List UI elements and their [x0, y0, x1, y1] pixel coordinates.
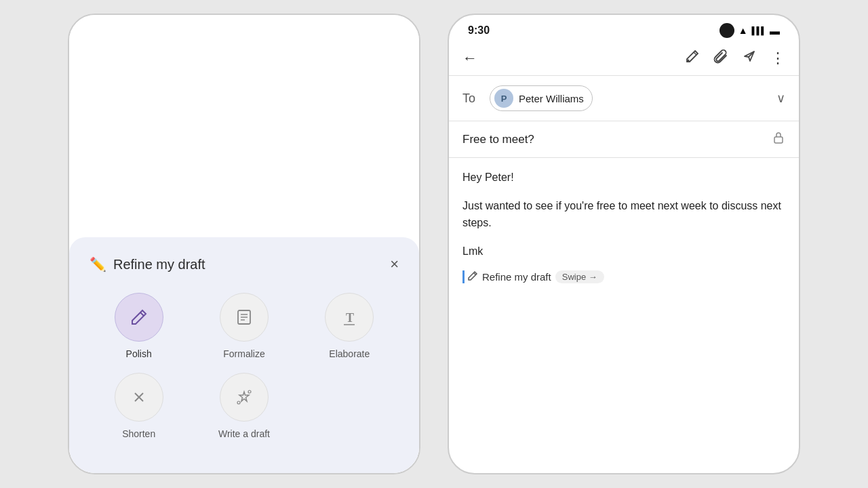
refine-suggestion-icon	[467, 270, 478, 283]
options-grid: Polish Formalize T	[90, 293, 399, 439]
attach-icon[interactable]	[713, 49, 728, 67]
polish-icon-circle	[115, 293, 163, 342]
toolbar-left: ←	[462, 49, 477, 67]
option-polish[interactable]: Polish	[90, 293, 188, 359]
formalize-label: Formalize	[223, 348, 264, 359]
svg-point-6	[237, 401, 240, 404]
greeting-text: Hey Peter!	[462, 169, 785, 186]
edit-icon[interactable]	[685, 49, 700, 67]
refine-title: Refine my draft	[113, 257, 205, 272]
battery-icon: ▬	[770, 25, 780, 37]
write-draft-label: Write a draft	[218, 428, 270, 439]
swipe-pill: Swipe →	[555, 270, 604, 283]
recipient-avatar: P	[494, 89, 513, 108]
left-phone: ✏️ Refine my draft × Polish	[68, 14, 420, 474]
refine-title-row: ✏️ Refine my draft	[90, 256, 205, 272]
recipient-chip[interactable]: P Peter Williams	[490, 85, 593, 111]
shorten-label: Shorten	[122, 428, 155, 439]
status-bar: 9:30 ▲ ▌▌▌ ▬	[449, 15, 799, 43]
send-icon[interactable]	[742, 49, 757, 67]
signature-text: Lmk	[462, 243, 785, 260]
more-icon[interactable]: ⋮	[770, 51, 785, 66]
close-button[interactable]: ×	[390, 257, 399, 272]
refine-suggestion-text: Refine my draft	[482, 271, 551, 283]
left-phone-content: ✏️ Refine my draft × Polish	[69, 15, 419, 473]
svg-rect-9	[774, 137, 783, 143]
signal-icon: ▌▌▌	[752, 26, 766, 35]
to-field: To P Peter Williams ∨	[449, 76, 799, 121]
elaborate-icon-circle: T	[325, 293, 374, 342]
subject-field: Free to meet?	[449, 121, 799, 158]
expand-recipients-icon[interactable]: ∨	[776, 91, 785, 106]
elaborate-label: Elaborate	[329, 348, 370, 359]
status-time: 9:30	[468, 24, 490, 37]
lock-icon	[772, 131, 785, 148]
recipient-name: Peter Williams	[519, 93, 584, 104]
subject-text: Free to meet?	[462, 133, 534, 146]
wifi-icon: ▲	[738, 25, 748, 36]
refine-pencil-icon: ✏️	[90, 256, 106, 272]
shorten-icon-circle	[115, 373, 163, 422]
refine-suggestion-bar[interactable]: Refine my draft Swipe →	[462, 270, 785, 283]
back-button[interactable]: ←	[462, 49, 477, 67]
svg-text:T: T	[346, 311, 354, 325]
email-body-text: Hey Peter! Just wanted to see if you're …	[462, 169, 785, 260]
option-shorten[interactable]: Shorten	[90, 373, 188, 439]
camera-dot	[719, 23, 734, 38]
right-phone: 9:30 ▲ ▌▌▌ ▬ ←	[448, 14, 800, 474]
status-icons: ▲ ▌▌▌ ▬	[719, 23, 780, 38]
svg-point-7	[688, 60, 690, 62]
toolbar-right: ⋮	[685, 49, 785, 67]
write-draft-icon-circle	[220, 373, 269, 422]
option-formalize[interactable]: Formalize	[195, 293, 293, 359]
refine-header: ✏️ Refine my draft ×	[90, 256, 399, 272]
svg-point-5	[248, 390, 251, 393]
email-body: Hey Peter! Just wanted to see if you're …	[449, 158, 799, 473]
option-write-draft[interactable]: Write a draft	[195, 373, 293, 439]
polish-label: Polish	[126, 348, 152, 359]
to-label: To	[462, 92, 479, 106]
email-toolbar: ← ⋮	[449, 43, 799, 76]
formalize-icon-circle	[220, 293, 269, 342]
refine-panel: ✏️ Refine my draft × Polish	[69, 237, 419, 473]
body-paragraph: Just wanted to see if you're free to mee…	[462, 197, 785, 232]
option-elaborate[interactable]: T Elaborate	[300, 293, 399, 359]
